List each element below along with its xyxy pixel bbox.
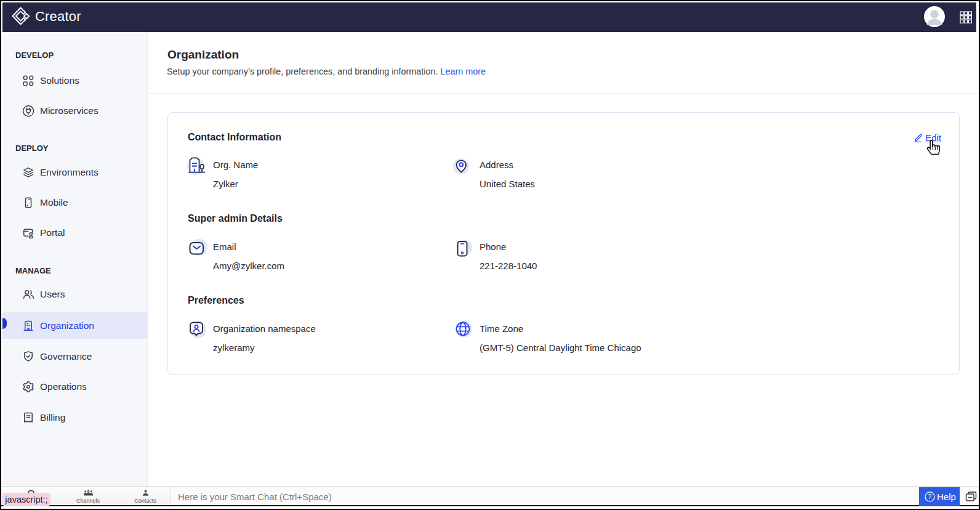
svg-text:?: ? [928, 493, 932, 500]
